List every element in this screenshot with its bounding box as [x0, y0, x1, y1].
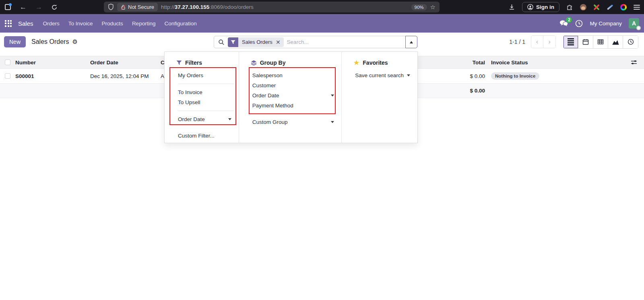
favorites-section: Favorites Save current search: [342, 52, 417, 143]
odoo-navbar: Sales Orders To Invoice Products Reporti…: [0, 14, 644, 33]
cell-total: $ 0.00: [451, 73, 491, 79]
zoom-level-badge[interactable]: 90%: [411, 4, 427, 10]
gear-icon[interactable]: ⚙: [72, 38, 77, 45]
app-menu: Orders To Invoice Products Reporting Con…: [43, 21, 197, 27]
col-header-total[interactable]: Total: [451, 60, 491, 66]
filter-custom[interactable]: Custom Filter...: [178, 131, 239, 141]
search-icon: [218, 39, 225, 45]
messages-icon[interactable]: 2: [559, 20, 568, 27]
cell-order-date: Dec 16, 2025, 12:04 PM: [90, 73, 161, 79]
groupby-salesperson[interactable]: Salesperson: [252, 70, 342, 80]
groupby-layers-icon: [251, 60, 257, 66]
signin-button[interactable]: Sign in: [522, 2, 559, 12]
page-title: Sales Orders: [31, 38, 69, 45]
view-graph-icon: [612, 39, 619, 45]
monkey-extension-icon[interactable]: [580, 4, 586, 10]
firefox-view-icon[interactable]: [5, 4, 11, 10]
activities-clock-icon[interactable]: [575, 20, 583, 27]
view-activity-icon: [627, 39, 634, 45]
app-name[interactable]: Sales: [18, 20, 33, 27]
view-list-icon: [568, 38, 574, 45]
shield-icon[interactable]: [108, 4, 114, 10]
filters-header: Filters: [176, 58, 239, 68]
divider: [178, 84, 234, 84]
column-settings-icon[interactable]: [631, 60, 637, 65]
control-panel: New Sales Orders ⚙ Sales Orders ✕ 1-1 / …: [0, 33, 644, 51]
screen: ← → Not Secure http://37.27.100.155:8069…: [0, 0, 644, 300]
groupby-order-date[interactable]: Order Date: [252, 90, 342, 101]
presence-status-dot: [636, 26, 641, 30]
favorites-save-search[interactable]: Save current search: [355, 70, 417, 80]
menu-to-invoice[interactable]: To Invoice: [68, 21, 93, 27]
view-list-button[interactable]: [564, 36, 578, 48]
account-icon: [527, 4, 533, 10]
select-all-checkbox[interactable]: [5, 60, 10, 65]
active-filter-tag[interactable]: Sales Orders ✕: [228, 37, 284, 47]
view-activity-button[interactable]: [623, 36, 638, 48]
cell-invoice-status: Nothing to Invoice: [491, 72, 624, 80]
caret-down-icon: [331, 121, 334, 123]
apps-grid-icon[interactable]: [5, 20, 12, 27]
pager-counter: 1-1 / 1: [509, 39, 525, 45]
address-bar[interactable]: Not Secure http://37.27.100.155:8069/odo…: [104, 2, 440, 12]
pen-extension-icon[interactable]: [607, 4, 613, 10]
not-secure-chip[interactable]: Not Secure: [117, 3, 158, 11]
cell-number[interactable]: S00001: [15, 73, 90, 79]
search-bar[interactable]: Sales Orders ✕: [214, 36, 417, 48]
messages-badge: 2: [566, 17, 572, 23]
download-icon[interactable]: [508, 4, 515, 10]
view-pivot-icon: [597, 39, 604, 45]
x-extension-icon[interactable]: [593, 4, 600, 10]
groupby-payment-method[interactable]: Payment Method: [252, 101, 342, 111]
insecure-lock-icon: [121, 4, 126, 10]
groupby-customer[interactable]: Customer: [252, 80, 342, 90]
new-button[interactable]: New: [4, 36, 26, 47]
menu-orders[interactable]: Orders: [43, 21, 60, 27]
search-options-toggle[interactable]: [405, 36, 417, 48]
caret-down-icon: [407, 74, 410, 76]
url-text: http://37.27.100.155:8069/odoo/orders: [161, 4, 254, 10]
reload-icon[interactable]: [51, 4, 58, 10]
footer-total: $ 0.00: [451, 88, 491, 94]
company-switcher[interactable]: My Company: [590, 21, 622, 27]
browser-toolbar: ← → Not Secure http://37.27.100.155:8069…: [0, 0, 644, 14]
pager-next-button[interactable]: ›: [543, 36, 555, 48]
view-calendar-button[interactable]: [578, 36, 593, 48]
tag-close-icon[interactable]: ✕: [275, 39, 284, 45]
menu-configuration[interactable]: Configuration: [164, 21, 196, 27]
filter-to-upsell[interactable]: To Upsell: [178, 97, 239, 107]
view-calendar-icon: [582, 39, 589, 45]
filters-section: Filters My Orders To Invoice To Upsell O…: [165, 52, 239, 143]
filter-my-orders[interactable]: My Orders: [178, 70, 239, 80]
forward-icon: →: [35, 4, 42, 10]
view-graph-button[interactable]: [608, 36, 623, 48]
favorites-star-icon: [353, 60, 359, 66]
bookmark-star-icon[interactable]: ☆: [430, 4, 436, 11]
menu-reporting[interactable]: Reporting: [132, 21, 156, 27]
groupby-section: Group By Salesperson Customer Order Date…: [239, 52, 342, 143]
groupby-header: Group By: [251, 58, 342, 68]
col-header-order-date[interactable]: Order Date: [90, 60, 161, 66]
extensions-puzzle-icon[interactable]: [566, 4, 573, 10]
filter-to-invoice[interactable]: To Invoice: [178, 87, 239, 97]
ring-extension-icon[interactable]: [620, 4, 627, 10]
caret-down-icon: [228, 118, 231, 120]
groupby-custom[interactable]: Custom Group: [252, 117, 342, 127]
back-icon[interactable]: ←: [20, 4, 27, 10]
view-switcher: [563, 35, 638, 49]
status-badge: Nothing to Invoice: [491, 72, 539, 80]
avatar[interactable]: A: [629, 18, 639, 29]
menu-products[interactable]: Products: [102, 21, 123, 27]
pager-prev-button[interactable]: ‹: [531, 36, 543, 48]
security-label: Not Secure: [128, 4, 154, 10]
browser-menu-icon[interactable]: [634, 5, 640, 10]
filters-funnel-icon: [176, 60, 182, 66]
search-input[interactable]: [284, 39, 406, 45]
divider: [178, 111, 234, 111]
row-checkbox[interactable]: [5, 73, 10, 79]
col-header-number[interactable]: Number: [15, 60, 90, 66]
view-pivot-button[interactable]: [593, 36, 608, 48]
filter-order-date[interactable]: Order Date: [178, 114, 239, 124]
favorites-header: Favorites: [353, 58, 417, 68]
col-header-invoice-status[interactable]: Invoice Status: [491, 60, 624, 66]
